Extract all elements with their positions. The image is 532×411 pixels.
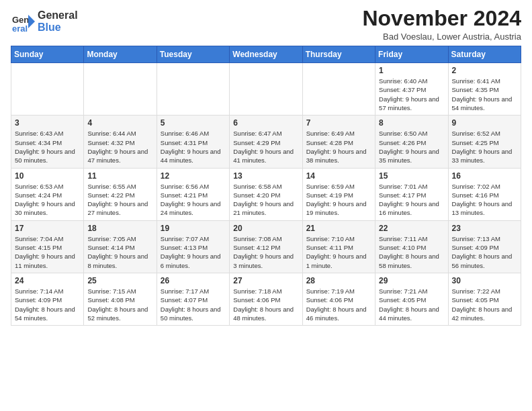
day-cell: 29Sunrise: 7:21 AM Sunset: 4:05 PM Dayli… — [375, 273, 448, 325]
day-cell: 22Sunrise: 7:11 AM Sunset: 4:10 PM Dayli… — [375, 220, 448, 273]
day-info: Sunrise: 7:21 AM Sunset: 4:05 PM Dayligh… — [379, 287, 444, 322]
svg-marker-2 — [28, 15, 35, 28]
day-cell: 24Sunrise: 7:14 AM Sunset: 4:09 PM Dayli… — [11, 273, 84, 325]
day-number: 16 — [452, 171, 517, 181]
logo: Gen eral General Blue — [11, 9, 78, 34]
day-number: 24 — [15, 276, 80, 285]
day-cell: 2Sunrise: 6:41 AM Sunset: 4:35 PM Daylig… — [448, 63, 521, 116]
day-cell: 16Sunrise: 7:02 AM Sunset: 4:16 PM Dayli… — [448, 168, 521, 220]
day-number: 11 — [87, 171, 152, 181]
day-info: Sunrise: 6:43 AM Sunset: 4:34 PM Dayligh… — [15, 129, 80, 165]
day-cell: 5Sunrise: 6:46 AM Sunset: 4:31 PM Daylig… — [157, 116, 229, 168]
day-number: 3 — [15, 118, 80, 128]
weekday-header-saturday: Saturday — [448, 46, 521, 63]
day-cell: 17Sunrise: 7:04 AM Sunset: 4:15 PM Dayli… — [11, 220, 84, 273]
day-cell — [302, 63, 375, 116]
week-row-5: 24Sunrise: 7:14 AM Sunset: 4:09 PM Dayli… — [11, 273, 521, 325]
logo-text: General Blue — [38, 9, 78, 33]
day-cell: 23Sunrise: 7:13 AM Sunset: 4:09 PM Dayli… — [448, 220, 521, 273]
day-number: 19 — [161, 224, 226, 233]
day-cell — [157, 63, 229, 116]
weekday-header-monday: Monday — [84, 46, 157, 63]
day-info: Sunrise: 7:01 AM Sunset: 4:17 PM Dayligh… — [379, 182, 444, 218]
day-info: Sunrise: 6:40 AM Sunset: 4:37 PM Dayligh… — [379, 77, 444, 112]
svg-text:eral: eral — [12, 24, 28, 34]
weekday-header-wednesday: Wednesday — [230, 46, 302, 63]
day-number: 5 — [161, 118, 226, 128]
weekday-header-sunday: Sunday — [11, 46, 84, 63]
day-cell: 8Sunrise: 6:50 AM Sunset: 4:26 PM Daylig… — [375, 116, 448, 168]
logo-icon: Gen eral — [11, 9, 35, 34]
day-number: 21 — [306, 224, 371, 233]
day-info: Sunrise: 7:07 AM Sunset: 4:13 PM Dayligh… — [161, 234, 226, 270]
day-number: 28 — [306, 276, 371, 285]
day-cell: 13Sunrise: 6:58 AM Sunset: 4:20 PM Dayli… — [230, 168, 302, 220]
day-number: 4 — [87, 118, 152, 128]
day-number: 7 — [306, 118, 371, 128]
day-info: Sunrise: 6:47 AM Sunset: 4:29 PM Dayligh… — [233, 129, 298, 165]
month-year: November 2024 — [362, 7, 521, 30]
day-info: Sunrise: 6:55 AM Sunset: 4:22 PM Dayligh… — [87, 182, 152, 218]
calendar-body: 1Sunrise: 6:40 AM Sunset: 4:37 PM Daylig… — [11, 63, 521, 326]
day-cell: 20Sunrise: 7:08 AM Sunset: 4:12 PM Dayli… — [230, 220, 302, 273]
day-info: Sunrise: 7:11 AM Sunset: 4:10 PM Dayligh… — [379, 234, 444, 270]
day-cell: 1Sunrise: 6:40 AM Sunset: 4:37 PM Daylig… — [375, 63, 448, 116]
day-number: 29 — [379, 276, 444, 285]
day-cell: 12Sunrise: 6:56 AM Sunset: 4:21 PM Dayli… — [157, 168, 229, 220]
day-info: Sunrise: 7:13 AM Sunset: 4:09 PM Dayligh… — [452, 234, 517, 270]
calendar-table: SundayMondayTuesdayWednesdayThursdayFrid… — [11, 46, 521, 326]
logo-blue: Blue — [38, 21, 78, 34]
day-cell — [11, 63, 84, 116]
day-info: Sunrise: 6:46 AM Sunset: 4:31 PM Dayligh… — [161, 129, 226, 165]
week-row-2: 3Sunrise: 6:43 AM Sunset: 4:34 PM Daylig… — [11, 116, 521, 168]
day-number: 6 — [233, 118, 298, 128]
day-number: 15 — [379, 171, 444, 181]
day-cell: 4Sunrise: 6:44 AM Sunset: 4:32 PM Daylig… — [84, 116, 157, 168]
day-cell: 28Sunrise: 7:19 AM Sunset: 4:06 PM Dayli… — [302, 273, 375, 325]
weekday-header-thursday: Thursday — [302, 46, 375, 63]
day-cell — [230, 63, 302, 116]
day-info: Sunrise: 7:17 AM Sunset: 4:07 PM Dayligh… — [161, 287, 226, 322]
day-cell: 19Sunrise: 7:07 AM Sunset: 4:13 PM Dayli… — [157, 220, 229, 273]
day-cell: 3Sunrise: 6:43 AM Sunset: 4:34 PM Daylig… — [11, 116, 84, 168]
day-number: 26 — [161, 276, 226, 285]
location: Bad Voeslau, Lower Austria, Austria — [362, 32, 521, 42]
day-number: 25 — [87, 276, 152, 285]
day-cell: 27Sunrise: 7:18 AM Sunset: 4:06 PM Dayli… — [230, 273, 302, 325]
day-cell: 11Sunrise: 6:55 AM Sunset: 4:22 PM Dayli… — [84, 168, 157, 220]
day-number: 23 — [452, 224, 517, 233]
weekday-header-friday: Friday — [375, 46, 448, 63]
day-info: Sunrise: 6:41 AM Sunset: 4:35 PM Dayligh… — [452, 77, 517, 112]
week-row-1: 1Sunrise: 6:40 AM Sunset: 4:37 PM Daylig… — [11, 63, 521, 116]
day-number: 10 — [15, 171, 80, 181]
day-number: 20 — [233, 224, 298, 233]
day-cell: 25Sunrise: 7:15 AM Sunset: 4:08 PM Dayli… — [84, 273, 157, 325]
day-info: Sunrise: 7:04 AM Sunset: 4:15 PM Dayligh… — [15, 234, 80, 270]
day-info: Sunrise: 7:05 AM Sunset: 4:14 PM Dayligh… — [87, 234, 152, 270]
day-number: 27 — [233, 276, 298, 285]
day-info: Sunrise: 7:08 AM Sunset: 4:12 PM Dayligh… — [233, 234, 298, 270]
day-number: 1 — [379, 66, 444, 75]
day-info: Sunrise: 7:18 AM Sunset: 4:06 PM Dayligh… — [233, 287, 298, 322]
day-info: Sunrise: 7:19 AM Sunset: 4:06 PM Dayligh… — [306, 287, 371, 322]
day-number: 14 — [306, 171, 371, 181]
day-number: 12 — [161, 171, 226, 181]
day-number: 9 — [452, 118, 517, 128]
day-info: Sunrise: 7:22 AM Sunset: 4:05 PM Dayligh… — [452, 287, 517, 322]
day-info: Sunrise: 6:56 AM Sunset: 4:21 PM Dayligh… — [161, 182, 226, 218]
day-cell: 30Sunrise: 7:22 AM Sunset: 4:05 PM Dayli… — [448, 273, 521, 325]
day-info: Sunrise: 6:52 AM Sunset: 4:25 PM Dayligh… — [452, 129, 517, 165]
day-number: 8 — [379, 118, 444, 128]
logo-general: General — [38, 9, 78, 21]
day-cell: 15Sunrise: 7:01 AM Sunset: 4:17 PM Dayli… — [375, 168, 448, 220]
day-info: Sunrise: 6:59 AM Sunset: 4:19 PM Dayligh… — [306, 182, 371, 218]
day-info: Sunrise: 6:53 AM Sunset: 4:24 PM Dayligh… — [15, 182, 80, 218]
day-cell — [84, 63, 157, 116]
day-cell: 26Sunrise: 7:17 AM Sunset: 4:07 PM Dayli… — [157, 273, 229, 325]
page-header: Gen eral General Blue November 2024 Bad … — [11, 7, 521, 42]
day-number: 30 — [452, 276, 517, 285]
week-row-3: 10Sunrise: 6:53 AM Sunset: 4:24 PM Dayli… — [11, 168, 521, 220]
day-info: Sunrise: 7:15 AM Sunset: 4:08 PM Dayligh… — [87, 287, 152, 322]
day-number: 13 — [233, 171, 298, 181]
day-info: Sunrise: 6:50 AM Sunset: 4:26 PM Dayligh… — [379, 129, 444, 165]
